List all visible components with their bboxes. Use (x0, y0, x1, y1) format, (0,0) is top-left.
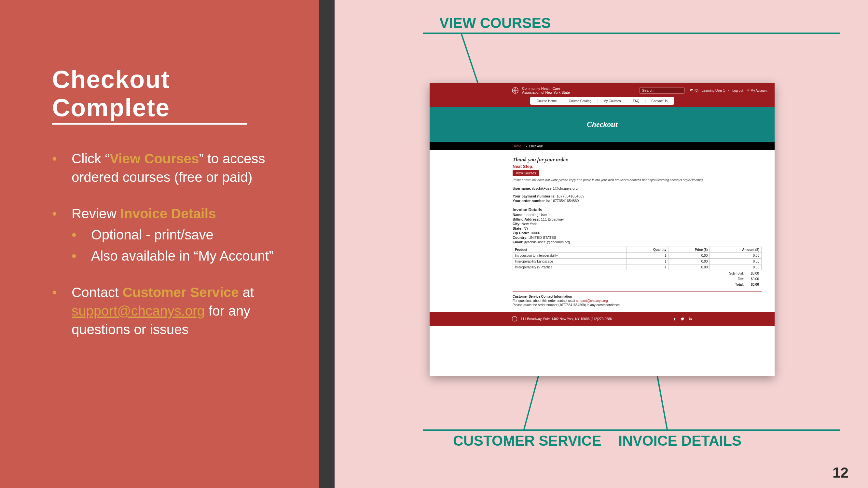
org-name-line2: Association of New York State (522, 91, 570, 94)
bullet-text: Also available in “My Account” (91, 248, 273, 263)
bullet-list: Click “View Courses” to access ordered c… (52, 150, 283, 357)
svg-point-5 (512, 317, 517, 321)
search-input[interactable]: Search (639, 87, 685, 94)
user-label[interactable]: Learning User 1 (702, 89, 725, 92)
thank-you-text: Thank you for your order. (513, 157, 762, 163)
callout-view-courses: VIEW COURSES (439, 15, 551, 31)
callout-customer-service: CUSTOMER SERVICE (453, 433, 601, 449)
twitter-icon[interactable] (680, 317, 685, 321)
order-row: Your order number is: 16773541654869 (513, 199, 762, 203)
menu-item[interactable]: FAQ (627, 99, 646, 103)
cell-qty: 1 (626, 253, 669, 259)
page-number: 12 (833, 464, 848, 481)
th-price: Price ($) (669, 247, 710, 253)
items-table: Product Quantity Price ($) Amount ($) In… (513, 247, 762, 270)
cell-price: 0.00 (669, 264, 710, 270)
cell-price: 0.00 (669, 259, 710, 264)
slide: Checkout Complete Click “View Courses” t… (0, 0, 868, 488)
th-qty: Quantity (626, 247, 669, 253)
menu-item[interactable]: Contact Us (646, 99, 673, 103)
linkedin-icon[interactable] (688, 317, 692, 321)
bullet-item: Review Invoice Details Optional - print/… (52, 205, 283, 265)
bullet-item: Contact Customer Service at support@chca… (52, 283, 283, 339)
zip-value: 10006 (530, 231, 540, 235)
my-account-label: My Account (750, 89, 768, 92)
view-courses-button[interactable]: View Courses (513, 170, 539, 176)
city-label: City: (513, 222, 520, 226)
bullet-item: Click “View Courses” to access ordered c… (52, 150, 283, 187)
cs-email-link[interactable]: support@chcanys.org (576, 299, 608, 302)
username-row: Username: jlyschik+user1@chcanys.org (513, 187, 762, 190)
org-logo: Community Health Care Association of New… (512, 87, 570, 94)
bullet-text: Click “ (71, 151, 110, 166)
cs-line1-pre: For questions about this order contact u… (513, 299, 576, 302)
tax-label: Tax: (723, 276, 746, 282)
screenshot: Community Health Care Association of New… (430, 83, 775, 376)
name-label: Name: (513, 213, 524, 217)
bullet-subitem: Optional - print/save (71, 226, 283, 244)
sidebar: Checkout Complete Click “View Courses” t… (0, 0, 319, 488)
facebook-icon[interactable] (673, 317, 677, 321)
logout-link[interactable]: Log out (732, 89, 743, 92)
cs-line-1: For questions about this order contact u… (513, 299, 762, 302)
menu: Course Home Course Catalog My Courses FA… (530, 97, 674, 105)
breadcrumb-home[interactable]: Home (513, 144, 521, 148)
org-name-line1: Community Health Care (522, 87, 570, 91)
invoice-heading: Invoice Details (513, 207, 762, 212)
cell-product: Introduction to Interoperability (513, 253, 626, 259)
page-title: Checkout Complete (52, 65, 283, 122)
subtotal-value: $0.00 (746, 271, 761, 276)
support-email-link[interactable]: support@chcanys.org (71, 303, 205, 319)
username-value: jlyschik+user1@chcanys.org (532, 187, 578, 190)
cell-product: Interoperability Landscape (513, 259, 626, 264)
cell-product: Interoperability in Practice (513, 264, 626, 270)
cell-amount: 0.00 (710, 253, 762, 259)
menu-item[interactable]: Course Catalog (563, 99, 597, 103)
account-link[interactable]: My Account (747, 89, 768, 92)
callout-rule-top (423, 33, 840, 34)
bullet-emphasis: Customer Service (122, 285, 239, 300)
cart-link[interactable]: (0) (689, 89, 699, 92)
hero: Checkout (430, 107, 775, 142)
svg-point-4 (748, 90, 749, 91)
tax-value: $0.00 (746, 276, 761, 282)
zip-label: Zip Code: (513, 231, 529, 235)
title-rule (52, 123, 247, 125)
callout-invoice-details: INVOICE DETAILS (618, 433, 741, 449)
bullet-text: Optional - print/save (91, 227, 214, 242)
bullet-text: Review (71, 206, 120, 221)
breadcrumb-current: Checkout (529, 144, 542, 148)
menu-item[interactable]: My Courses (597, 99, 627, 103)
social-icons (673, 317, 692, 321)
total-value: $0.00 (746, 282, 761, 287)
menu-bar: Course Home Course Catalog My Courses FA… (430, 98, 775, 107)
name-value: Learning User 1 (525, 213, 550, 217)
bullet-text: Contact (71, 285, 122, 300)
billing-value: 111 Broadway (541, 217, 564, 221)
billing-label: Billing Address: (513, 217, 540, 221)
gear-icon (747, 89, 750, 92)
email-value: jlyschik+user1@chcanys.org (524, 240, 570, 244)
state-value: NY (524, 226, 529, 230)
cell-amount: 0.00 (710, 259, 762, 264)
bullet-emphasis: View Courses (110, 151, 199, 166)
content: Thank you for your order. Next Step: Vie… (430, 150, 775, 312)
cell-price: 0.00 (669, 253, 710, 259)
country-label: Country: (513, 235, 528, 239)
hero-title: Checkout (587, 120, 618, 129)
totals: Sub-Total:$0.00 Tax:$0.00 Total:$0.00 (513, 270, 762, 288)
menu-item[interactable]: Course Home (531, 99, 563, 103)
th-product: Product (513, 247, 626, 253)
th-amount: Amount ($) (710, 247, 762, 253)
table-row: Interoperability Landscape 1 0.00 0.00 (513, 259, 762, 264)
order-value: 16773541654869 (551, 199, 579, 203)
divider-bar (319, 0, 335, 488)
util-right: (0) Learning User 1 · Log out My Account (689, 89, 768, 92)
total-label: Total: (723, 282, 746, 287)
cell-qty: 1 (626, 264, 669, 270)
email-label: Email: (513, 240, 523, 244)
cs-heading: Customer Service Contact Information (513, 295, 762, 298)
footer: 111 Broadway, Suite 1402 New York, NY 10… (430, 312, 775, 326)
cs-line-2: Please quote the order number (167735416… (513, 303, 762, 307)
logo-icon (512, 87, 519, 94)
